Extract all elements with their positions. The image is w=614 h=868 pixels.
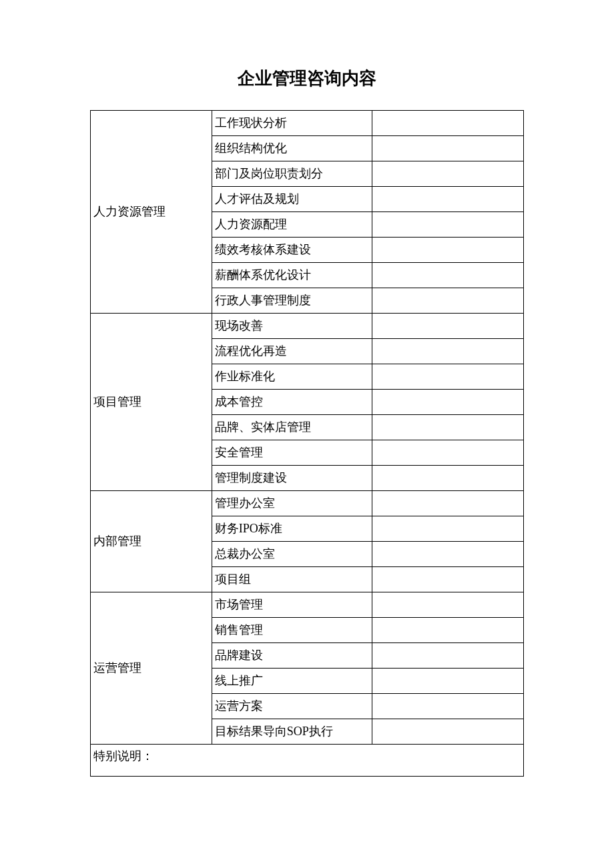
remark-cell — [372, 567, 523, 592]
remark-cell — [372, 491, 523, 516]
item-cell: 目标结果导向SOP执行 — [212, 719, 372, 745]
remark-cell — [372, 161, 523, 187]
footer-note: 特别说明： — [91, 745, 524, 777]
remark-cell — [372, 339, 523, 364]
remark-cell — [372, 466, 523, 491]
remark-cell — [372, 136, 523, 161]
item-cell: 作业标准化 — [212, 364, 372, 390]
page-title: 企业管理咨询内容 — [90, 67, 524, 90]
item-cell: 销售管理 — [212, 618, 372, 643]
item-cell: 成本管控 — [212, 390, 372, 415]
item-cell: 市场管理 — [212, 592, 372, 618]
item-cell: 工作现状分析 — [212, 111, 372, 136]
remark-cell — [372, 314, 523, 339]
remark-cell — [372, 643, 523, 669]
remark-cell — [372, 187, 523, 212]
item-cell: 运营方案 — [212, 694, 372, 719]
item-cell: 线上推广 — [212, 669, 372, 694]
category-operation: 运营管理 — [91, 592, 212, 745]
item-cell: 品牌建设 — [212, 643, 372, 669]
item-cell: 品牌、实体店管理 — [212, 415, 372, 440]
content-table: 人力资源管理 工作现状分析 组织结构优化 部门及岗位职责划分 人才评估及规划 人… — [90, 110, 524, 777]
item-cell: 管理办公室 — [212, 491, 372, 516]
item-cell: 组织结构优化 — [212, 136, 372, 161]
item-cell: 现场改善 — [212, 314, 372, 339]
item-cell: 薪酬体系优化设计 — [212, 263, 372, 288]
item-cell: 总裁办公室 — [212, 542, 372, 567]
item-cell: 行政人事管理制度 — [212, 288, 372, 314]
item-cell: 项目组 — [212, 567, 372, 592]
remark-cell — [372, 542, 523, 567]
item-cell: 财务IPO标准 — [212, 516, 372, 542]
item-cell: 部门及岗位职责划分 — [212, 161, 372, 187]
remark-cell — [372, 390, 523, 415]
item-cell: 人力资源配理 — [212, 212, 372, 238]
item-cell: 绩效考核体系建设 — [212, 238, 372, 263]
remark-cell — [372, 111, 523, 136]
remark-cell — [372, 694, 523, 719]
category-project: 项目管理 — [91, 314, 212, 491]
remark-cell — [372, 238, 523, 263]
remark-cell — [372, 719, 523, 745]
item-cell: 人才评估及规划 — [212, 187, 372, 212]
remark-cell — [372, 415, 523, 440]
remark-cell — [372, 364, 523, 390]
item-cell: 管理制度建设 — [212, 466, 372, 491]
item-cell: 安全管理 — [212, 440, 372, 466]
category-hr: 人力资源管理 — [91, 111, 212, 314]
remark-cell — [372, 212, 523, 238]
remark-cell — [372, 592, 523, 618]
remark-cell — [372, 669, 523, 694]
remark-cell — [372, 516, 523, 542]
remark-cell — [372, 288, 523, 314]
remark-cell — [372, 263, 523, 288]
remark-cell — [372, 440, 523, 466]
item-cell: 流程优化再造 — [212, 339, 372, 364]
remark-cell — [372, 618, 523, 643]
category-internal: 内部管理 — [91, 491, 212, 592]
